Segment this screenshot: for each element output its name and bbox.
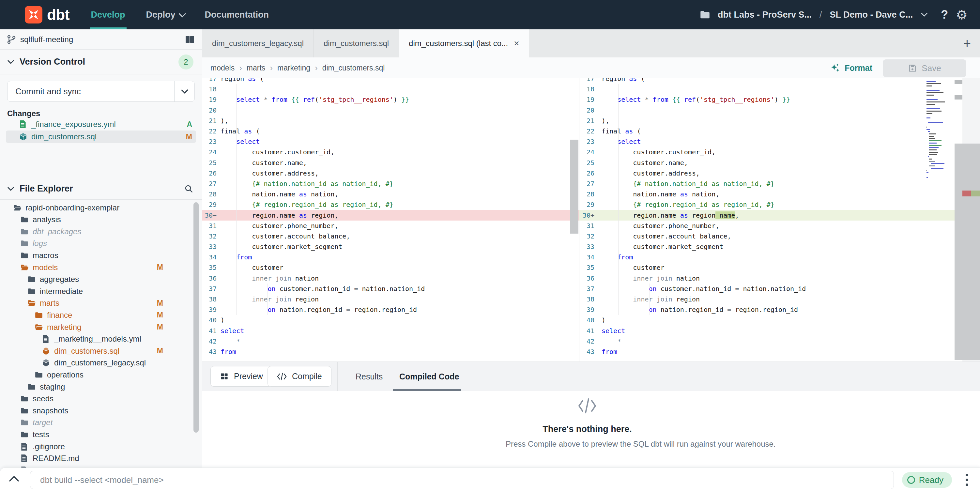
left-pane-scrollbar[interactable] bbox=[570, 140, 578, 234]
format-button[interactable]: Format bbox=[830, 57, 872, 78]
tree-item-staging[interactable]: staging bbox=[0, 381, 187, 393]
tree-item-snapshots[interactable]: snapshots bbox=[0, 404, 187, 417]
tree-item-operations[interactable]: operations bbox=[0, 369, 187, 381]
file-explorer-header[interactable]: File Explorer bbox=[0, 178, 202, 200]
minimap[interactable] bbox=[926, 81, 955, 189]
tree-item-analysis[interactable]: analysis bbox=[0, 214, 187, 226]
ruler-added-mark bbox=[971, 191, 980, 196]
docs-book-icon[interactable] bbox=[185, 35, 195, 44]
kebab-menu-icon[interactable] bbox=[966, 472, 969, 488]
line-number: 32 bbox=[579, 232, 594, 240]
diff-pane-original[interactable]: 17region as (1819 select * from {{ ref('… bbox=[202, 78, 579, 361]
tree-item-macros[interactable]: macros bbox=[0, 249, 187, 261]
file-tree-scrollbar[interactable] bbox=[194, 202, 199, 433]
line-number: 29 bbox=[202, 201, 216, 209]
project-breadcrumb[interactable]: SL Demo - Dave C... bbox=[830, 10, 913, 20]
preview-button[interactable]: Preview bbox=[210, 366, 272, 387]
right-pane-scrollbar[interactable] bbox=[955, 78, 963, 361]
dbt-logo-icon[interactable] bbox=[25, 6, 42, 24]
new-tab-button[interactable]: + bbox=[963, 29, 971, 57]
account-breadcrumb[interactable]: dbt Labs - ProServ S... bbox=[718, 10, 812, 20]
tree-item-tests[interactable]: tests bbox=[0, 428, 187, 441]
tree-item-label: target bbox=[33, 418, 52, 427]
diff-overview-ruler[interactable] bbox=[963, 78, 980, 361]
menu-develop[interactable]: Develop bbox=[91, 0, 125, 29]
indent-guide bbox=[252, 147, 252, 315]
change-file-name: dim_customers.sql bbox=[31, 132, 97, 141]
menu-deploy[interactable]: Deploy bbox=[146, 0, 184, 29]
tree-item-aggregates[interactable]: aggregates bbox=[0, 274, 187, 285]
code-line-41: 41select bbox=[579, 326, 980, 336]
folder-open-icon bbox=[20, 263, 29, 272]
settings-gear-icon[interactable]: ⚙ bbox=[956, 8, 967, 21]
code-line-36: 36 inner join nation bbox=[202, 273, 579, 283]
editor-tab-dim_customers.sql-last-co...[interactable]: dim_customers.sql (last co...× bbox=[399, 29, 529, 57]
line-number: 31 bbox=[579, 222, 594, 230]
tree-item-marts[interactable]: martsM bbox=[0, 297, 187, 309]
breadcrumb-item-marketing[interactable]: marketing bbox=[277, 64, 310, 72]
chevron-up-icon[interactable] bbox=[8, 475, 19, 483]
line-number: 28 bbox=[202, 190, 216, 198]
diff-pane-modified[interactable]: 17region as (1819 select * from {{ ref('… bbox=[579, 78, 980, 361]
command-input[interactable] bbox=[30, 471, 894, 489]
line-number: 40 bbox=[202, 316, 216, 324]
editor-tab-dim_customers_legacy.sql[interactable]: dim_customers_legacy.sql bbox=[202, 29, 314, 57]
folder-icon bbox=[20, 418, 29, 427]
chevron-down-icon bbox=[181, 89, 189, 94]
tree-item-finance[interactable]: financeM bbox=[0, 309, 187, 321]
version-control-header[interactable]: Version Control 2 bbox=[0, 49, 202, 74]
tree-item-dbt_packages[interactable]: dbt_packages bbox=[0, 225, 187, 237]
line-number: 38 bbox=[579, 295, 594, 303]
tree-item-marketing[interactable]: marketingM bbox=[0, 321, 187, 333]
line-number: 24 bbox=[202, 148, 216, 156]
menu-documentation[interactable]: Documentation bbox=[205, 0, 269, 29]
search-icon[interactable] bbox=[185, 184, 194, 193]
tree-item-target[interactable]: target bbox=[0, 417, 187, 429]
tree-item-models[interactable]: modelsM bbox=[0, 261, 187, 274]
folder-open-icon bbox=[13, 204, 22, 212]
code-line-18: 18 bbox=[202, 84, 579, 94]
git-branch-row[interactable]: sqlfluff-meeting bbox=[0, 29, 202, 49]
tab-results[interactable]: Results bbox=[356, 362, 383, 391]
tree-item-logs[interactable]: logs bbox=[0, 237, 187, 250]
tree-item-README.md[interactable]: README.md bbox=[0, 452, 187, 465]
editor-tab-dim_customers.sql[interactable]: dim_customers.sql bbox=[314, 29, 399, 57]
chevron-down-icon[interactable] bbox=[921, 13, 928, 17]
change-item-_finance_exposures.yml[interactable]: _finance_exposures.ymlA bbox=[6, 118, 196, 131]
tree-item-_marketing__models.yml[interactable]: _marketing__models.yml bbox=[0, 333, 187, 345]
tree-item-dim_customers_legacy.sql[interactable]: dim_customers_legacy.sql bbox=[0, 357, 187, 369]
code-line-17: 17region as ( bbox=[579, 78, 980, 84]
tree-item-dim_customers.sql[interactable]: dim_customers.sqlM bbox=[0, 345, 187, 357]
commit-and-sync-button[interactable]: Commit and sync bbox=[7, 81, 195, 102]
folder-icon bbox=[35, 371, 43, 379]
breadcrumb-item-models[interactable]: models bbox=[210, 64, 235, 72]
empty-state-title: There's nothing here. bbox=[506, 424, 669, 434]
change-item-dim_customers.sql[interactable]: dim_customers.sqlM bbox=[6, 131, 196, 143]
code-line-29: 29 {# region.region_id as region_id, #} bbox=[579, 199, 980, 210]
code-line-26: 26 customer.address, bbox=[579, 168, 980, 178]
line-number: 17 bbox=[579, 78, 594, 83]
tree-item-seeds[interactable]: seeds bbox=[0, 393, 187, 405]
compile-button[interactable]: Compile bbox=[267, 366, 331, 387]
help-button[interactable]: ? bbox=[941, 8, 948, 22]
code-line-39: 39 on nation.region_id = region.region_i… bbox=[202, 304, 579, 315]
scrollbar-thumb[interactable] bbox=[955, 143, 963, 360]
code-line-33: 33 customer.market_segment bbox=[202, 241, 579, 252]
close-tab-icon[interactable]: × bbox=[514, 38, 519, 49]
tab-compiled-code[interactable]: Compiled Code bbox=[399, 362, 459, 391]
tree-item-intermediate[interactable]: intermediate bbox=[0, 285, 187, 297]
folder-open-icon bbox=[35, 323, 43, 331]
tree-item-rapid-onboarding-exemplar[interactable]: rapid-onboarding-exemplar bbox=[0, 202, 187, 214]
commit-dropdown-button[interactable] bbox=[174, 81, 194, 102]
tree-item-.gitignore[interactable]: .gitignore bbox=[0, 441, 187, 452]
folder-icon bbox=[27, 287, 36, 296]
main-area: dim_customers_legacy.sqldim_customers.sq… bbox=[202, 29, 980, 492]
line-number: 25 bbox=[579, 159, 594, 167]
bottom-panel-content: There's nothing here. Press Compile abov… bbox=[202, 391, 980, 468]
breadcrumb-item-marts[interactable]: marts bbox=[247, 64, 266, 72]
breadcrumb-item-dim_customers.sql[interactable]: dim_customers.sql bbox=[322, 64, 385, 72]
save-button[interactable]: Save bbox=[883, 59, 966, 77]
code-line-35: 35 customer bbox=[579, 262, 980, 273]
code-line-42: 42 * bbox=[202, 336, 579, 347]
code-line-20: 20 bbox=[579, 105, 980, 116]
